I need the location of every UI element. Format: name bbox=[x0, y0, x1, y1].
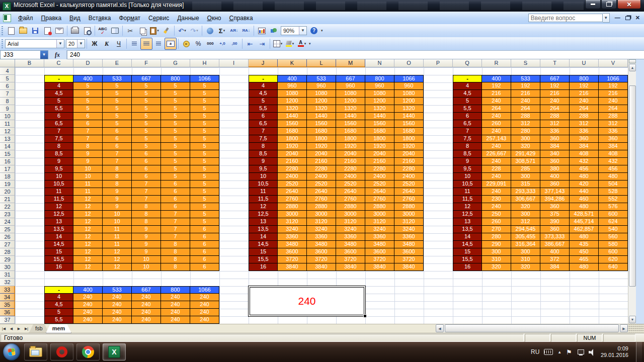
data-cell[interactable]: 2280 bbox=[336, 165, 365, 173]
data-cell[interactable]: 12 bbox=[103, 248, 132, 256]
row-label-cell[interactable]: 13 bbox=[453, 218, 482, 226]
data-cell[interactable]: 2760 bbox=[336, 196, 365, 203]
row-label-cell[interactable]: 5,5 bbox=[44, 105, 73, 113]
data-cell[interactable]: 5 bbox=[132, 120, 161, 128]
data-cell[interactable]: 3360 bbox=[365, 233, 394, 241]
data-cell[interactable]: 10 bbox=[132, 263, 161, 271]
row-label-cell[interactable]: 14,5 bbox=[453, 241, 482, 248]
row-label-cell[interactable]: 16 bbox=[453, 263, 482, 271]
data-cell[interactable]: 240 bbox=[73, 294, 103, 301]
sheet-tab-fsb[interactable]: fsb bbox=[29, 324, 49, 333]
data-cell[interactable]: 8 bbox=[161, 248, 190, 256]
data-cell[interactable]: 3720 bbox=[336, 256, 365, 263]
data-cell[interactable]: 5 bbox=[132, 105, 161, 113]
data-cell[interactable]: 6 bbox=[73, 113, 103, 120]
data-cell[interactable]: 12 bbox=[73, 263, 103, 271]
data-cell[interactable]: 5 bbox=[190, 128, 219, 135]
data-cell[interactable]: 5 bbox=[190, 143, 219, 150]
show-hidden-icons[interactable]: ▲ bbox=[557, 350, 561, 354]
email-button[interactable] bbox=[53, 25, 65, 37]
action-center-flag-icon[interactable]: ⚑ bbox=[566, 348, 572, 356]
data-cell[interactable]: 1920 bbox=[336, 143, 365, 150]
data-cell[interactable]: 1440 bbox=[336, 113, 365, 120]
drawing-button[interactable] bbox=[268, 25, 280, 37]
table-header-cell[interactable]: 667 bbox=[132, 75, 161, 82]
data-cell[interactable]: 257,143 bbox=[482, 135, 511, 143]
data-cell[interactable]: 5 bbox=[190, 135, 219, 143]
data-cell[interactable]: 620 bbox=[599, 256, 628, 263]
data-cell[interactable]: 1800 bbox=[365, 135, 394, 143]
data-cell[interactable]: 5 bbox=[190, 113, 219, 120]
data-cell[interactable]: 552 bbox=[599, 196, 628, 203]
data-cell[interactable]: 2640 bbox=[394, 188, 424, 196]
data-cell[interactable]: 3120 bbox=[394, 218, 424, 226]
data-cell[interactable]: 5 bbox=[161, 150, 190, 158]
data-cell[interactable]: 6 bbox=[103, 128, 132, 135]
data-cell[interactable]: 1080 bbox=[394, 90, 424, 98]
data-cell[interactable]: 384 bbox=[570, 143, 599, 150]
data-cell[interactable]: 285 bbox=[511, 165, 540, 173]
data-cell[interactable]: 480 bbox=[599, 173, 628, 180]
data-cell[interactable]: 10 bbox=[73, 173, 103, 180]
data-cell[interactable]: 240 bbox=[570, 98, 599, 105]
data-cell[interactable]: 1440 bbox=[365, 113, 394, 120]
data-cell[interactable]: 372 bbox=[540, 256, 570, 263]
row-label-cell[interactable]: 13 bbox=[44, 218, 73, 226]
data-cell[interactable]: 7 bbox=[103, 150, 132, 158]
scroll-down-button[interactable]: ▼ bbox=[629, 316, 636, 323]
row-label-cell[interactable]: 6 bbox=[249, 113, 278, 120]
data-cell[interactable]: 380 bbox=[540, 165, 570, 173]
row-label-cell[interactable]: 4 bbox=[249, 82, 278, 90]
data-cell[interactable]: 9 bbox=[132, 226, 161, 233]
data-cell[interactable]: 6 bbox=[161, 180, 190, 188]
row-label-cell[interactable]: 4,5 bbox=[453, 90, 482, 98]
column-header-M[interactable]: M bbox=[336, 59, 365, 67]
row-label-cell[interactable]: 10,5 bbox=[453, 180, 482, 188]
borders-button[interactable]: ▾ bbox=[272, 38, 284, 50]
table-header-cell[interactable]: 533 bbox=[511, 75, 540, 82]
menu-Формат[interactable]: Формат bbox=[115, 13, 144, 23]
column-header-E[interactable]: E bbox=[103, 59, 132, 67]
table-header-cell[interactable]: 533 bbox=[103, 286, 132, 294]
toolbar-options-icon[interactable]: ▾ bbox=[321, 29, 323, 33]
row-label-cell[interactable]: 11,5 bbox=[453, 196, 482, 203]
data-cell[interactable]: 480 bbox=[570, 263, 599, 271]
data-cell[interactable]: 480 bbox=[570, 173, 599, 180]
data-cell[interactable]: 450 bbox=[570, 248, 599, 256]
data-cell[interactable]: 1560 bbox=[394, 120, 424, 128]
data-cell[interactable]: 1320 bbox=[307, 105, 336, 113]
zoom-combo[interactable]: 90% ▼ bbox=[281, 26, 307, 35]
data-cell[interactable]: 9 bbox=[103, 203, 132, 211]
new-button[interactable] bbox=[5, 25, 17, 37]
vertical-split-box[interactable] bbox=[629, 59, 636, 63]
data-cell[interactable]: 2280 bbox=[365, 165, 394, 173]
data-cell[interactable]: 3000 bbox=[278, 211, 307, 218]
data-cell[interactable]: 3600 bbox=[307, 248, 336, 256]
data-cell[interactable]: 3000 bbox=[394, 211, 424, 218]
data-cell[interactable]: 2760 bbox=[394, 196, 424, 203]
data-cell[interactable]: 2520 bbox=[365, 180, 394, 188]
font-color-dropdown-icon[interactable]: ▾ bbox=[304, 42, 306, 46]
table-header-cell[interactable]: 1066 bbox=[190, 75, 219, 82]
row-label-cell[interactable]: 10,5 bbox=[249, 180, 278, 188]
data-cell[interactable]: 6 bbox=[132, 173, 161, 180]
data-cell[interactable]: 10 bbox=[103, 211, 132, 218]
row-header-12[interactable]: 12 bbox=[0, 128, 15, 135]
data-cell[interactable]: 216 bbox=[540, 90, 570, 98]
data-cell[interactable]: 1680 bbox=[394, 128, 424, 135]
data-cell[interactable]: 310 bbox=[511, 256, 540, 263]
data-cell[interactable]: 386,667 bbox=[540, 241, 570, 248]
data-cell[interactable]: 384 bbox=[540, 143, 570, 150]
data-cell[interactable]: 293,333 bbox=[511, 188, 540, 196]
column-header-T[interactable]: T bbox=[540, 59, 570, 67]
row-label-cell[interactable]: 12 bbox=[453, 203, 482, 211]
data-cell[interactable]: 240 bbox=[161, 294, 190, 301]
data-cell[interactable]: 3480 bbox=[394, 241, 424, 248]
data-cell[interactable]: 456 bbox=[599, 165, 628, 173]
data-cell[interactable]: 264 bbox=[511, 105, 540, 113]
data-cell[interactable]: 10 bbox=[103, 218, 132, 226]
column-header-D[interactable]: D bbox=[73, 59, 103, 67]
data-cell[interactable]: 11 bbox=[73, 188, 103, 196]
row-label-cell[interactable]: 7,5 bbox=[453, 135, 482, 143]
font-name-combo[interactable]: Arial ▼ bbox=[5, 39, 64, 48]
